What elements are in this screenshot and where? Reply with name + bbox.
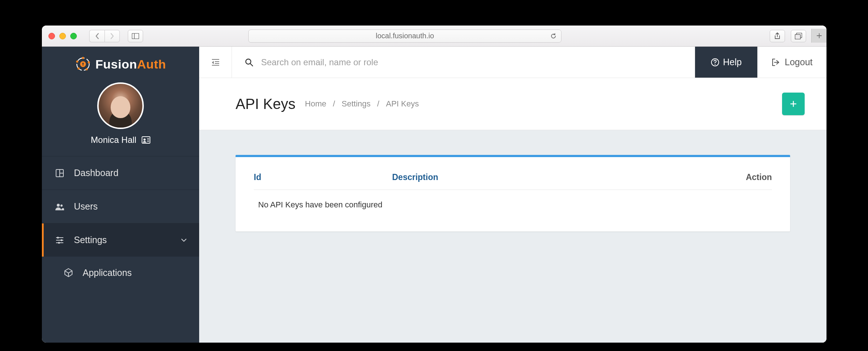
column-header-id[interactable]: Id: [254, 172, 392, 182]
fusionauth-logo-icon: [75, 56, 91, 72]
sliders-icon: [54, 236, 65, 244]
id-card-icon[interactable]: [142, 136, 150, 144]
column-header-description[interactable]: Description: [392, 172, 746, 182]
svg-point-8: [78, 67, 80, 70]
brand-logo[interactable]: FusionAuth: [42, 47, 199, 76]
search-icon: [245, 58, 253, 66]
sidebar-item-applications[interactable]: Applications: [42, 257, 199, 289]
tabs-icon: [795, 33, 802, 39]
collapse-sidebar-button[interactable]: [199, 47, 232, 78]
content-area: Id Description Action No API Keys have b…: [199, 130, 826, 343]
browser-forward-button[interactable]: [104, 30, 120, 42]
table-header-row: Id Description Action: [254, 172, 772, 190]
browser-sidebar-button[interactable]: [128, 30, 143, 42]
chevron-left-icon: [95, 33, 99, 39]
empty-state-message: No API Keys have been configured: [254, 190, 772, 210]
svg-point-28: [58, 242, 60, 243]
breadcrumb-separator: /: [333, 99, 335, 109]
add-api-key-button[interactable]: [782, 93, 805, 115]
breadcrumb-separator: /: [377, 99, 379, 109]
topbar: Help Logout: [199, 47, 826, 78]
browser-window: local.fusionauth.io: [42, 26, 826, 343]
svg-point-9: [76, 61, 78, 63]
chevron-right-icon: [110, 33, 114, 39]
svg-rect-12: [83, 64, 83, 66]
browser-address-bar[interactable]: local.fusionauth.io: [248, 30, 561, 43]
svg-point-6: [88, 61, 90, 63]
minimize-window-button[interactable]: [59, 33, 66, 39]
share-icon: [774, 32, 781, 40]
svg-point-14: [143, 139, 146, 141]
svg-point-7: [86, 68, 88, 70]
sidebar-item-label: Dashboard: [74, 168, 118, 178]
browser-tabs-button[interactable]: [791, 30, 806, 42]
users-icon: [54, 203, 65, 211]
app-body: FusionAuth Monica Hall Dashboard: [42, 47, 826, 343]
plus-icon: [790, 101, 797, 107]
user-display-name: Monica Hall: [91, 135, 136, 145]
page-header: API Keys Home / Settings / API Keys: [199, 78, 826, 130]
brand-text: FusionAuth: [95, 57, 166, 71]
search-input[interactable]: [261, 57, 682, 67]
sidebar: FusionAuth Monica Hall Dashboard: [42, 47, 199, 343]
dashboard-icon: [54, 169, 65, 178]
svg-point-36: [714, 64, 715, 65]
svg-point-27: [60, 239, 62, 241]
user-name-row: Monica Hall: [42, 135, 199, 156]
user-avatar[interactable]: [97, 82, 144, 129]
close-window-button[interactable]: [48, 33, 55, 39]
maximize-window-button[interactable]: [70, 33, 77, 39]
search-container: [232, 57, 695, 67]
breadcrumb-current: API Keys: [386, 99, 419, 109]
sidebar-item-settings[interactable]: Settings: [42, 223, 199, 257]
help-button[interactable]: Help: [695, 47, 757, 78]
logout-label: Logout: [785, 57, 812, 67]
svg-rect-3: [795, 34, 801, 39]
svg-rect-0: [132, 33, 139, 39]
svg-point-5: [82, 57, 84, 59]
window-controls: [48, 33, 77, 39]
svg-line-34: [250, 64, 253, 66]
plus-icon: [816, 33, 822, 39]
help-label: Help: [723, 57, 742, 67]
logout-button[interactable]: Logout: [757, 47, 826, 78]
breadcrumb-settings[interactable]: Settings: [342, 99, 371, 109]
logout-icon: [772, 58, 780, 66]
outdent-icon: [211, 59, 220, 66]
page-title: API Keys: [236, 96, 296, 112]
sidebar-item-label: Users: [74, 201, 98, 212]
api-keys-card: Id Description Action No API Keys have b…: [236, 155, 790, 231]
sidebar-item-label: Applications: [83, 268, 132, 278]
sidebar-item-users[interactable]: Users: [42, 190, 199, 223]
browser-url: local.fusionauth.io: [376, 32, 434, 40]
sidebar-item-dashboard[interactable]: Dashboard: [42, 156, 199, 190]
svg-point-33: [246, 59, 251, 64]
svg-point-26: [57, 237, 59, 238]
column-header-action: Action: [746, 172, 772, 182]
browser-share-button[interactable]: [770, 30, 785, 42]
reload-icon[interactable]: [550, 33, 557, 39]
cube-icon: [63, 268, 74, 277]
browser-back-button[interactable]: [89, 30, 104, 42]
browser-chrome: local.fusionauth.io: [42, 26, 826, 47]
breadcrumb-home[interactable]: Home: [305, 99, 327, 109]
sidebar-item-label: Settings: [74, 235, 107, 245]
panel-icon: [132, 33, 139, 39]
browser-new-tab-button[interactable]: [811, 29, 826, 43]
svg-point-21: [57, 204, 60, 207]
help-icon: [711, 58, 719, 67]
chevron-down-icon: [181, 238, 187, 242]
svg-point-22: [60, 204, 63, 207]
main-content: Help Logout API Keys Home / Settings / A…: [199, 47, 826, 343]
breadcrumb: Home / Settings / API Keys: [305, 99, 419, 109]
